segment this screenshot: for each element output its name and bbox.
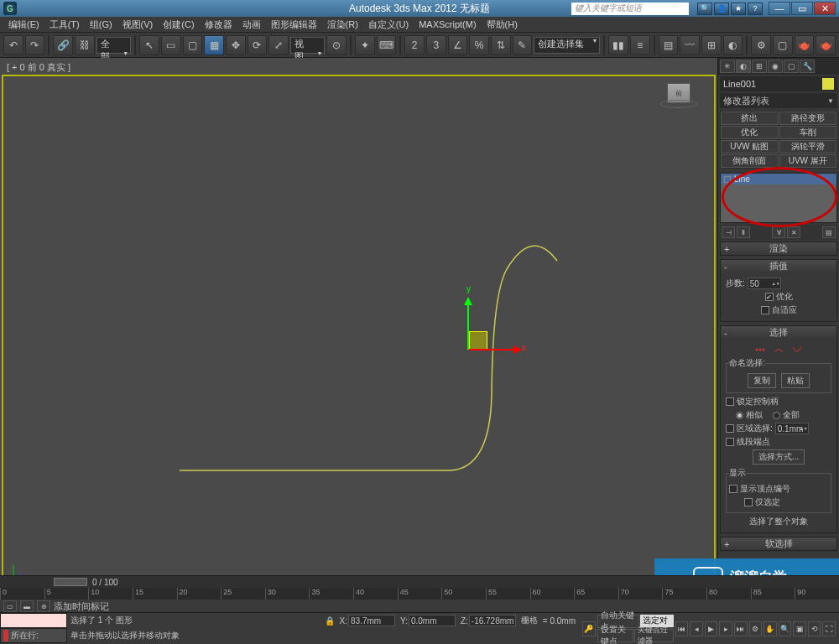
remove-mod-icon[interactable]: ✕ [787,226,800,238]
help-search-input[interactable]: 键入关键字或短语 [571,3,689,15]
menu-animation[interactable]: 动画 [237,18,266,31]
select-icon[interactable]: ↖ [139,35,159,55]
zoom-icon[interactable]: 🔍 [779,621,792,636]
configure-sets-icon[interactable]: ▤ [822,226,836,238]
menu-help[interactable]: 帮助(H) [482,18,523,31]
move-icon[interactable]: ✥ [226,35,246,55]
object-name-input[interactable]: Line001 [723,79,821,89]
viewport-front[interactable]: y x 前 [2,75,716,593]
play-icon[interactable]: ▶ [705,621,718,636]
align-icon[interactable]: ≡ [630,35,650,55]
lock-selection-icon[interactable]: 🔒 [325,616,335,626]
spinnersnap-icon[interactable]: ⇅ [491,35,511,55]
tab-motion-icon[interactable]: ◉ [768,60,783,73]
orbit-icon[interactable]: ⟲ [808,621,821,636]
object-color-swatch[interactable] [822,78,834,90]
menu-grapheditors[interactable]: 图形编辑器 [266,18,322,31]
help-icon[interactable]: ? [748,3,763,15]
rollout-selection-header[interactable]: -选择 [721,326,836,339]
mod-turbosmooth-button[interactable]: 涡轮平滑 [779,140,837,153]
undo-icon[interactable]: ↶ [3,35,23,55]
rendersetup-icon[interactable]: ⚙ [751,35,771,55]
render2-icon[interactable]: 🫖 [816,35,836,55]
schematic-icon[interactable]: ⊞ [701,35,722,55]
window-crossing-icon[interactable]: ▦ [204,35,224,55]
gizmo-plane[interactable] [469,331,487,350]
menu-rendering[interactable]: 渲染(R) [322,18,363,31]
rollout-interpolation-header[interactable]: -插值 [721,260,836,273]
menu-group[interactable]: 组(G) [85,18,117,31]
filter-combo[interactable]: 全部 [96,37,132,54]
rectselect-icon[interactable]: ▢ [183,35,203,55]
make-unique-icon[interactable]: ∀ [772,226,785,238]
pan-icon[interactable]: ✋ [763,621,777,636]
signin-icon[interactable]: 👤 [714,3,729,15]
menu-tools[interactable]: 工具(T) [44,18,85,31]
next-frame-icon[interactable]: ▸ [719,621,732,636]
curveeditor-icon[interactable]: 〰 [680,35,700,55]
link-icon[interactable]: 🔗 [53,35,73,55]
zoom-extents-icon[interactable]: ▣ [793,621,806,636]
script-listener[interactable] [0,613,67,628]
menu-create[interactable]: 创建(C) [158,18,199,31]
stack-item-line[interactable]: Line [721,174,836,184]
setkey-button[interactable]: 设置关键点 [597,629,634,642]
timeconfig-icon[interactable]: ⚙ [749,621,763,636]
viewcube[interactable]: 前 [660,83,697,120]
maximize-vp-icon[interactable]: ⛶ [822,621,836,636]
manip-icon[interactable]: ✦ [355,35,375,55]
x-input[interactable]: 83.7mm [348,615,395,626]
menu-customize[interactable]: 自定义(U) [363,18,414,31]
tab-hierarchy-icon[interactable]: ⊞ [752,60,767,73]
isolate-icon[interactable]: 🔑 [582,621,596,636]
refcoord-combo[interactable]: 视图 [290,37,326,54]
snap3d-icon[interactable]: 3 [426,35,446,55]
mod-lathe-button[interactable]: 车削 [779,126,837,139]
mod-uvwunwrap-button[interactable]: UVW 展开 [779,154,837,168]
area-spinner[interactable]: 0.1mm▲▼ [775,423,809,434]
goto-start-icon[interactable]: ⏮ [675,621,689,636]
gizmo-y-axis[interactable] [467,299,469,350]
copy-button[interactable]: 复制 [748,373,776,388]
layers-icon[interactable]: ▤ [659,35,679,55]
mod-bevelprofile-button[interactable]: 倒角剖面 [721,154,779,168]
menu-modifiers[interactable]: 修改器 [200,18,237,31]
mod-pathdeform-button[interactable]: 路径变形 [779,112,837,125]
modifier-list-dropdown[interactable]: 修改器列表 [720,93,837,108]
mod-extrude-button[interactable]: 挤出 [721,112,779,125]
redo-icon[interactable]: ↷ [25,35,45,55]
script-line[interactable]: 所在行: [0,628,67,643]
menu-maxscript[interactable]: MAXScript(M) [414,19,481,29]
time-slider[interactable] [54,578,87,586]
mod-uvwmap-button[interactable]: UVW 贴图 [721,140,779,153]
tab-utilities-icon[interactable]: 🔧 [800,60,815,73]
fav-icon[interactable]: ★ [731,3,746,15]
mod-optimize-button[interactable]: 优化 [721,126,779,139]
close-button[interactable]: ✕ [814,2,836,15]
optimize-checkbox[interactable]: ✔ [765,293,774,301]
show-end-icon[interactable]: Ⅱ [737,226,750,238]
editselset-icon[interactable]: ✎ [513,35,533,55]
add-time-tag-icon[interactable]: ⊕ [37,600,50,612]
pivot-icon[interactable]: ⊙ [326,35,347,55]
tab-display-icon[interactable]: ▢ [784,60,799,73]
add-time-tag-label[interactable]: 添加时间标记 [54,600,109,613]
keyboard-icon[interactable]: ⌨ [377,35,397,55]
rollout-softselection-header[interactable]: +软选择 [721,538,836,550]
search-icon[interactable]: 🔍 [697,3,712,15]
subobj-segment-icon[interactable] [773,345,784,354]
mirror-icon[interactable]: ▮▮ [608,35,628,55]
renderframe-icon[interactable]: ▢ [773,35,793,55]
adaptive-checkbox[interactable] [761,306,769,314]
rotate-icon[interactable]: ⟳ [248,35,268,55]
time-ruler[interactable]: 0 5 10 15 20 25 30 35 40 45 50 55 60 65 … [0,588,839,600]
goto-end-icon[interactable]: ⏭ [734,621,748,636]
minimize-button[interactable]: — [769,2,790,15]
tab-create-icon[interactable]: ✳ [720,60,735,73]
prev-frame-icon[interactable]: ◂ [690,621,703,636]
selset-combo[interactable]: 创建选择集 [534,37,600,54]
rollout-rendering-header[interactable]: +渲染 [721,242,836,255]
area-select-checkbox[interactable] [726,424,734,433]
show-vertnum-checkbox[interactable] [729,485,737,493]
modifier-stack[interactable]: Line [720,173,837,223]
